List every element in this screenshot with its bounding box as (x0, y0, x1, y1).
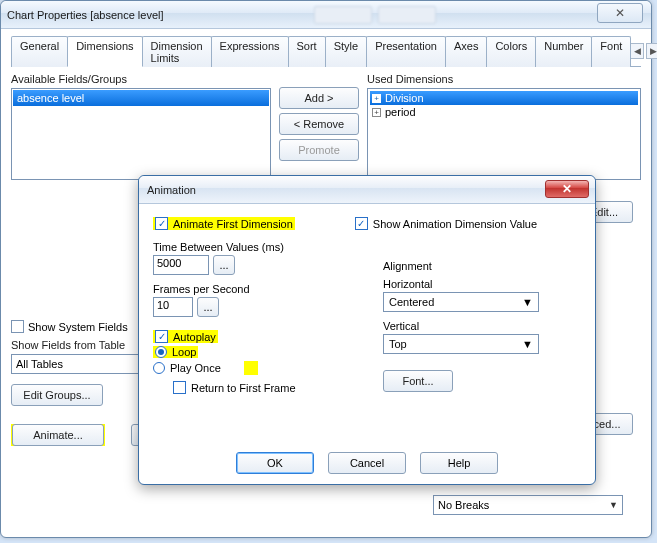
cancel-button[interactable]: Cancel (328, 452, 406, 474)
font-button[interactable]: Font... (383, 370, 453, 392)
tab-dimensions[interactable]: Dimensions (67, 36, 142, 67)
chevron-down-icon: ▼ (609, 500, 618, 510)
tab-axes[interactable]: Axes (445, 36, 487, 67)
time-between-browse[interactable]: ... (213, 255, 235, 275)
modal-close-button[interactable]: ✕ (545, 180, 589, 198)
tab-style[interactable]: Style (325, 36, 367, 67)
combo-value: Top (389, 338, 407, 350)
animate-first-label: Animate First Dimension (173, 218, 293, 230)
fps-browse[interactable]: ... (197, 297, 219, 317)
tab-strip: General Dimensions Dimension Limits Expr… (11, 35, 641, 67)
remove-button[interactable]: < Remove (279, 113, 359, 135)
available-field-item[interactable]: absence level (13, 90, 269, 106)
used-dim-period[interactable]: + period (370, 105, 638, 119)
play-once-label: Play Once (170, 362, 221, 374)
checkbox-icon (173, 381, 186, 394)
modal-titlebar: Animation ✕ (139, 176, 595, 204)
tab-font[interactable]: Font (591, 36, 631, 67)
expand-icon[interactable]: + (372, 94, 381, 103)
vertical-label: Vertical (383, 320, 573, 332)
checkbox-icon (155, 330, 168, 343)
vertical-combo[interactable]: Top ▼ (383, 334, 539, 354)
tab-colors[interactable]: Colors (486, 36, 536, 67)
animate-button[interactable]: Animate... (12, 424, 104, 446)
checkbox-icon (155, 217, 168, 230)
tab-scroll-left[interactable]: ◀ (630, 43, 644, 59)
close-icon: ✕ (615, 6, 625, 20)
blurred-toolbar (314, 6, 436, 24)
used-dim-label: Division (385, 92, 424, 104)
promote-button[interactable]: Promote (279, 139, 359, 161)
checkbox-icon (355, 217, 368, 230)
combo-value: All Tables (16, 358, 63, 370)
available-fields-list[interactable]: absence level (11, 88, 271, 180)
fps-input[interactable]: 10 (153, 297, 193, 317)
tab-scroll-right[interactable]: ▶ (646, 43, 657, 59)
time-between-input[interactable]: 5000 (153, 255, 209, 275)
animate-first-check[interactable]: Animate First Dimension (153, 217, 295, 230)
autoplay-check[interactable]: Autoplay (153, 330, 218, 343)
used-dim-label: period (385, 106, 416, 118)
ok-button[interactable]: OK (236, 452, 314, 474)
checkbox-icon (11, 320, 24, 333)
tab-general[interactable]: General (11, 36, 68, 67)
available-fields-label: Available Fields/Groups (11, 73, 271, 85)
main-titlebar: Chart Properties [absence level] ✕ (1, 1, 651, 29)
main-title: Chart Properties [absence level] (7, 9, 164, 21)
combo-value: No Breaks (438, 499, 489, 511)
close-icon: ✕ (562, 182, 572, 196)
autoplay-label: Autoplay (173, 331, 216, 343)
show-dim-value-label: Show Animation Dimension Value (373, 218, 537, 230)
page-breaks-combo[interactable]: No Breaks ▼ (433, 495, 623, 515)
edit-groups-button[interactable]: Edit Groups... (11, 384, 103, 406)
tab-sort[interactable]: Sort (288, 36, 326, 67)
horizontal-label: Horizontal (383, 278, 573, 290)
alignment-label: Alignment (383, 260, 573, 272)
chevron-down-icon: ▼ (522, 296, 533, 308)
expand-icon[interactable]: + (372, 108, 381, 117)
used-dim-division[interactable]: + Division (370, 91, 638, 105)
used-dimensions-label: Used Dimensions (367, 73, 641, 85)
show-dim-value-check[interactable]: Show Animation Dimension Value (355, 217, 537, 230)
loop-radio[interactable]: Loop (153, 346, 198, 358)
chevron-down-icon: ▼ (522, 338, 533, 350)
used-dimensions-list[interactable]: + Division + period (367, 88, 641, 180)
add-button[interactable]: Add > (279, 87, 359, 109)
return-first-label: Return to First Frame (191, 382, 296, 394)
tab-number[interactable]: Number (535, 36, 592, 67)
time-between-label: Time Between Values (ms) (153, 241, 581, 253)
loop-label: Loop (172, 346, 196, 358)
radio-icon (155, 346, 167, 358)
combo-value: Centered (389, 296, 434, 308)
help-button[interactable]: Help (420, 452, 498, 474)
tab-dimension-limits[interactable]: Dimension Limits (142, 36, 212, 67)
modal-title: Animation (147, 184, 196, 196)
horizontal-combo[interactable]: Centered ▼ (383, 292, 539, 312)
animation-dialog: Animation ✕ Animate First Dimension Show… (138, 175, 596, 485)
show-system-fields-label: Show System Fields (28, 321, 128, 333)
tab-expressions[interactable]: Expressions (211, 36, 289, 67)
tab-presentation[interactable]: Presentation (366, 36, 446, 67)
radio-icon (153, 362, 165, 374)
main-close-button[interactable]: ✕ (597, 3, 643, 23)
